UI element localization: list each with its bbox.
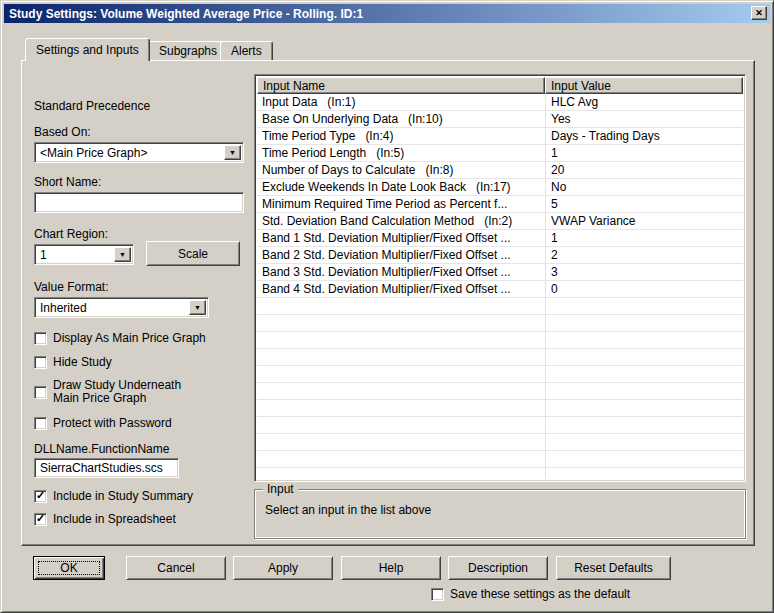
tab-alerts[interactable]: Alerts [220,41,273,60]
protect-password-checkbox[interactable]: ✓ Protect with Password [34,417,172,430]
input-name-cell: Band 4 Std. Deviation Multiplier/Fixed O… [257,281,545,297]
table-row[interactable]: Band 3 Std. Deviation Multiplier/Fixed O… [257,264,743,281]
input-name-cell: Time Period Type (In:4) [257,128,545,144]
window-title: Study Settings: Volume Weighted Average … [9,7,363,21]
checkbox-box[interactable]: ✓ [34,490,47,503]
inputs-list-header: Input Name Input Value [257,77,743,94]
checkbox-box[interactable]: ✓ [34,356,47,369]
display-as-main-checkbox[interactable]: ✓ Display As Main Price Graph [34,332,206,345]
inputs-list-inner: Input Name Input Value Input Data (In:1)… [257,77,743,479]
table-row[interactable]: Band 1 Std. Deviation Multiplier/Fixed O… [257,230,743,247]
table-empty-row [257,332,743,349]
table-empty-row [257,468,743,479]
input-name-cell: Std. Deviation Band Calculation Method (… [257,213,545,229]
checkbox-label: Hide Study [53,356,112,369]
draw-underneath-checkbox[interactable]: ✓ Draw Study Underneath Main Price Graph [34,379,205,405]
save-default-checkbox[interactable]: ✓ Save these settings as the default [431,588,630,601]
based-on-select[interactable]: <Main Price Graph> ▼ [34,142,244,163]
table-row[interactable]: Minimum Required Time Period as Percent … [257,196,743,213]
tab-label: Settings and Inputs [36,43,139,57]
input-name-cell: Band 3 Std. Deviation Multiplier/Fixed O… [257,264,545,280]
value-format-select[interactable]: Inherited ▼ [34,297,209,318]
input-name-cell: Exclude Weekends In Date Look Back (In:1… [257,179,545,195]
include-spreadsheet-checkbox[interactable]: ✓ Include in Spreadsheet [34,513,176,526]
tab-label: Subgraphs [159,44,217,58]
input-groupbox-legend: Input [263,482,298,496]
chart-region-label: Chart Region: [34,227,108,241]
input-name-cell: Base On Underlying Data (In:10) [257,111,545,127]
value-format-label: Value Format: [34,280,108,294]
table-row[interactable]: Exclude Weekends In Date Look Back (In:1… [257,179,743,196]
dll-function-name-label: DLLName.FunctionName [34,442,169,456]
input-name-cell: Input Data (In:1) [257,94,545,110]
table-row[interactable]: Base On Underlying Data (In:10)Yes [257,111,743,128]
checkbox-box[interactable]: ✓ [34,386,47,399]
table-row[interactable]: Time Period Length (In:5)1 [257,145,743,162]
table-empty-row [257,417,743,434]
chart-region-select[interactable]: 1 ▼ [34,244,134,265]
table-row[interactable]: Band 2 Std. Deviation Multiplier/Fixed O… [257,247,743,264]
tab-settings-and-inputs[interactable]: Settings and Inputs [25,38,150,61]
chevron-down-icon[interactable]: ▼ [114,247,131,262]
column-header-input-name[interactable]: Input Name [257,77,545,94]
input-name-cell: Number of Days to Calculate (In:8) [257,162,545,178]
based-on-label: Based On: [34,125,91,139]
tab-subgraphs[interactable]: Subgraphs [148,41,228,60]
input-name-cell: Band 2 Std. Deviation Multiplier/Fixed O… [257,247,545,263]
input-value-cell: HLC Avg [545,94,743,110]
help-button[interactable]: Help [341,556,441,580]
checkbox-box[interactable]: ✓ [34,332,47,345]
input-value-cell: 1 [545,145,743,161]
table-row[interactable]: Number of Days to Calculate (In:8)20 [257,162,743,179]
table-empty-row [257,298,743,315]
input-groupbox-message: Select an input in the list above [265,503,431,517]
input-value-cell: 3 [545,264,743,280]
title-bar[interactable]: Study Settings: Volume Weighted Average … [4,4,770,23]
table-row[interactable]: Input Data (In:1)HLC Avg [257,94,743,111]
input-value-cell: VWAP Variance [545,213,743,229]
hide-study-checkbox[interactable]: ✓ Hide Study [34,356,112,369]
input-value-cell: Yes [545,111,743,127]
chevron-down-icon[interactable]: ▼ [224,145,241,160]
table-empty-row [257,315,743,332]
checkbox-label: Display As Main Price Graph [53,332,206,345]
table-empty-row [257,349,743,366]
input-value-cell: 2 [545,247,743,263]
input-value-cell: 5 [545,196,743,212]
checkbox-label: Protect with Password [53,417,172,430]
input-name-cell: Band 1 Std. Deviation Multiplier/Fixed O… [257,230,545,246]
standard-precedence-label: Standard Precedence [34,99,150,113]
input-value-cell: Days - Trading Days [545,128,743,144]
ok-button[interactable]: OK [33,556,105,580]
dll-function-name-input[interactable] [34,458,179,478]
input-groupbox: Input Select an input in the list above [254,489,746,539]
chart-region-value: 1 [40,248,47,262]
table-row[interactable]: Band 4 Std. Deviation Multiplier/Fixed O… [257,281,743,298]
table-row[interactable]: Time Period Type (In:4)Days - Trading Da… [257,128,743,145]
based-on-value: <Main Price Graph> [40,146,147,160]
scale-button[interactable]: Scale [146,241,240,266]
checkbox-box[interactable]: ✓ [34,513,47,526]
chevron-down-icon[interactable]: ▼ [189,300,206,315]
reset-defaults-button[interactable]: Reset Defaults [556,556,671,580]
include-study-summary-checkbox[interactable]: ✓ Include in Study Summary [34,490,193,503]
checkmark-icon: ✓ [36,490,45,501]
inputs-list: Input Name Input Value Input Data (In:1)… [254,74,746,482]
checkbox-box[interactable]: ✓ [431,588,444,601]
column-header-input-value[interactable]: Input Value [545,77,743,94]
input-value-cell: No [545,179,743,195]
short-name-input[interactable] [34,192,244,213]
input-value-cell: 1 [545,230,743,246]
checkmark-icon: ✓ [36,513,45,524]
apply-button[interactable]: Apply [233,556,333,580]
table-empty-row [257,366,743,383]
checkbox-box[interactable]: ✓ [34,417,47,430]
table-row[interactable]: Std. Deviation Band Calculation Method (… [257,213,743,230]
input-value-cell: 20 [545,162,743,178]
close-button[interactable]: ✕ [751,6,767,20]
description-button[interactable]: Description [448,556,548,580]
checkbox-label: Include in Spreadsheet [53,513,176,526]
checkbox-label: Save these settings as the default [450,588,630,601]
cancel-button[interactable]: Cancel [126,556,226,580]
close-icon: ✕ [755,9,763,18]
